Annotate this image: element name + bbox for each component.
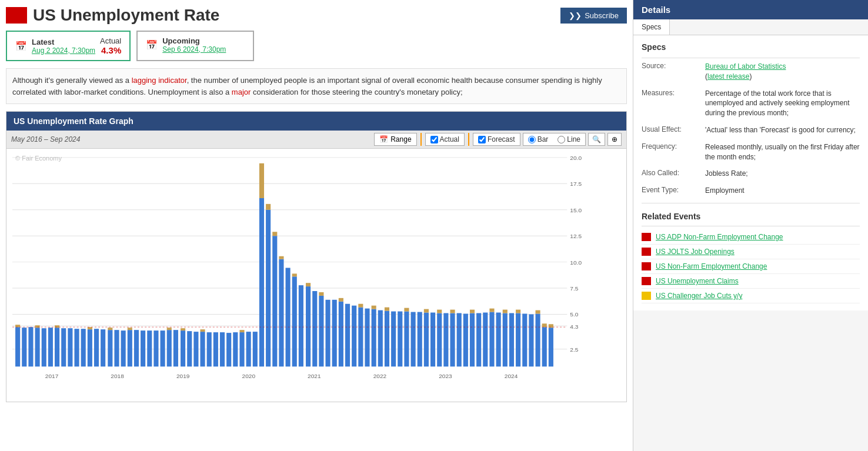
chart-watermark: © Fair Economy (15, 155, 62, 162)
line-radio-label[interactable]: Line (553, 133, 585, 145)
svg-text:17.5: 17.5 (570, 181, 582, 187)
calendar-small-icon: 📅 (379, 135, 388, 143)
svg-rect-95 (352, 306, 356, 367)
svg-rect-74 (259, 163, 264, 198)
svg-rect-64 (207, 332, 212, 366)
svg-rect-122 (476, 313, 481, 367)
svg-text:15.0: 15.0 (570, 207, 582, 213)
graph-section: US Unemployment Rate Graph May 2016 – Se… (6, 111, 627, 402)
source-link[interactable]: Bureau of Labor Statistics (705, 62, 786, 71)
svg-rect-73 (259, 198, 264, 366)
svg-rect-75 (266, 210, 271, 367)
details-header: Details (633, 0, 868, 19)
svg-rect-68 (233, 332, 238, 366)
highlight-lagging: lagging indicator (132, 76, 187, 85)
latest-date[interactable]: Aug 2 2024, 7:30pm (32, 46, 95, 55)
actual-checkbox-label[interactable]: Actual (425, 133, 465, 146)
svg-rect-33 (48, 328, 53, 366)
toolbar-separator-2 (468, 133, 469, 146)
svg-rect-39 (81, 329, 86, 366)
svg-rect-72 (253, 332, 258, 366)
svg-rect-98 (365, 309, 369, 367)
subscribe-label: Subscribe (585, 11, 619, 20)
calendar-icon-latest: 📅 (15, 41, 27, 52)
event-link-2[interactable]: US Non-Farm Employment Change (656, 262, 767, 270)
svg-rect-103 (385, 308, 389, 311)
svg-rect-83 (292, 273, 297, 276)
svg-rect-69 (239, 332, 244, 366)
toolbar-separator-1 (420, 133, 422, 146)
svg-rect-84 (299, 285, 303, 366)
subscribe-button[interactable]: ❯❯ Subscribe (560, 8, 627, 24)
svg-rect-131 (516, 310, 520, 313)
svg-rect-53 (153, 330, 158, 366)
zoom-icon-button[interactable]: ⊕ (607, 133, 622, 146)
svg-text:5.0: 5.0 (570, 312, 579, 318)
actual-checkbox[interactable] (430, 136, 438, 143)
svg-rect-107 (404, 308, 409, 312)
svg-rect-123 (483, 313, 488, 367)
svg-rect-111 (424, 309, 429, 313)
svg-rect-136 (542, 327, 547, 366)
also-called-value: Jobless Rate; (705, 169, 860, 179)
svg-rect-76 (266, 204, 271, 210)
related-events-title: Related Events (642, 212, 860, 221)
latest-box: 📅 Latest Aug 2 2024, 7:30pm Actual 4.3% (6, 31, 131, 61)
forecast-checkbox-label[interactable]: Forecast (473, 133, 520, 146)
bar-radio[interactable] (528, 136, 536, 143)
svg-text:20.0: 20.0 (570, 155, 582, 161)
range-button[interactable]: 📅 Range (374, 133, 416, 146)
svg-rect-85 (306, 286, 311, 366)
event-link-3[interactable]: US Unemployment Claims (656, 277, 739, 285)
svg-rect-115 (443, 313, 448, 367)
svg-rect-118 (457, 313, 462, 367)
svg-rect-36 (61, 328, 66, 366)
frequency-value: Released monthly, usually on the first F… (705, 142, 860, 162)
event-link-4[interactable]: US Challenger Job Cuts y/y (656, 292, 742, 300)
event-type-value: Employment (705, 186, 860, 196)
related-event-0: US ADP Non-Farm Employment Change (642, 230, 860, 245)
svg-rect-44 (108, 330, 112, 366)
upcoming-date[interactable]: Sep 6 2024, 7:30pm (162, 45, 226, 54)
svg-rect-82 (292, 276, 297, 366)
svg-text:2021: 2021 (308, 373, 321, 379)
measures-label: Measures: (642, 89, 700, 118)
highlight-major: major (232, 88, 251, 96)
forecast-checkbox[interactable] (478, 136, 486, 143)
svg-rect-99 (372, 309, 376, 367)
svg-rect-37 (68, 328, 72, 366)
usual-effect-value: 'Actual' less than 'Forecast' is good fo… (705, 125, 860, 135)
spec-measures: Measures: Percentage of the total work f… (642, 89, 860, 118)
svg-rect-67 (226, 333, 231, 366)
svg-rect-114 (437, 310, 442, 313)
specs-tab[interactable]: Specs (633, 19, 670, 35)
svg-rect-32 (42, 328, 46, 366)
spec-event-type: Event Type: Employment (642, 186, 860, 196)
line-radio[interactable] (557, 136, 565, 143)
upcoming-box: 📅 Upcoming Sep 6 2024, 7:30pm (136, 31, 254, 61)
svg-rect-52 (147, 330, 152, 366)
divider-3 (642, 226, 860, 226)
svg-rect-92 (339, 302, 343, 367)
svg-rect-80 (279, 256, 283, 259)
event-link-1[interactable]: US JOLTS Job Openings (656, 248, 735, 256)
bar-radio-label[interactable]: Bar (523, 133, 553, 145)
event-icon-2 (642, 262, 651, 270)
event-link-0[interactable]: US ADP Non-Farm Employment Change (656, 233, 783, 241)
source-link2[interactable]: latest release (707, 72, 749, 81)
svg-rect-31 (35, 325, 40, 328)
svg-rect-128 (503, 310, 508, 313)
svg-rect-66 (220, 332, 225, 366)
svg-rect-60 (187, 331, 192, 366)
spec-usual-effect: Usual Effect: 'Actual' less than 'Foreca… (642, 125, 860, 135)
specs-title: Specs (642, 42, 860, 52)
svg-rect-137 (542, 323, 547, 327)
svg-rect-135 (536, 310, 540, 314)
chart-svg: 20.0 17.5 15.0 12.5 10.0 7.5 5.0 4.3 2.5… (12, 152, 597, 384)
search-icon-button[interactable]: 🔍 (588, 133, 605, 146)
svg-rect-90 (326, 300, 330, 367)
svg-rect-34 (55, 328, 59, 366)
svg-rect-120 (470, 313, 475, 367)
svg-rect-93 (339, 298, 343, 302)
svg-rect-55 (167, 330, 172, 366)
